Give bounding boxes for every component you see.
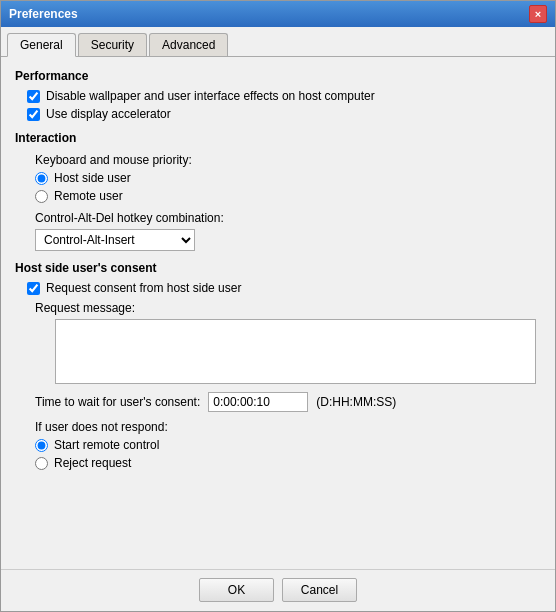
host-side-radio-label: Host side user (54, 171, 131, 185)
host-side-radio-row: Host side user (35, 171, 541, 185)
request-consent-checkbox[interactable] (27, 282, 40, 295)
remote-user-radio-row: Remote user (35, 189, 541, 203)
reject-label: Reject request (54, 456, 131, 470)
preferences-dialog: Preferences × General Security Advanced … (0, 0, 556, 612)
hotkey-container: Control-Alt-Del hotkey combination: Cont… (35, 211, 541, 251)
ok-button[interactable]: OK (199, 578, 274, 602)
hotkey-label: Control-Alt-Del hotkey combination: (35, 211, 541, 225)
remote-user-radio[interactable] (35, 190, 48, 203)
start-remote-radio[interactable] (35, 439, 48, 452)
start-remote-radio-row: Start remote control (35, 438, 541, 452)
remote-user-radio-label: Remote user (54, 189, 123, 203)
respond-section: If user does not respond: Start remote c… (35, 420, 541, 470)
keyboard-label: Keyboard and mouse priority: (35, 153, 541, 167)
reject-radio-row: Reject request (35, 456, 541, 470)
display-accelerator-row: Use display accelerator (27, 107, 541, 121)
window-title: Preferences (9, 7, 78, 21)
message-label: Request message: (35, 301, 541, 315)
cancel-button[interactable]: Cancel (282, 578, 357, 602)
interaction-sub: Keyboard and mouse priority: Host side u… (35, 153, 541, 251)
interaction-section-title: Interaction (15, 131, 541, 145)
request-consent-row: Request consent from host side user (27, 281, 541, 295)
tab-advanced[interactable]: Advanced (149, 33, 228, 56)
host-side-radio[interactable] (35, 172, 48, 185)
disable-wallpaper-checkbox[interactable] (27, 90, 40, 103)
respond-label: If user does not respond: (35, 420, 541, 434)
close-button[interactable]: × (529, 5, 547, 23)
title-bar: Preferences × (1, 1, 555, 27)
tab-security[interactable]: Security (78, 33, 147, 56)
time-hint: (D:HH:MM:SS) (316, 395, 396, 409)
display-accelerator-label: Use display accelerator (46, 107, 171, 121)
time-input[interactable] (208, 392, 308, 412)
display-accelerator-checkbox[interactable] (27, 108, 40, 121)
start-remote-label: Start remote control (54, 438, 159, 452)
hotkey-dropdown[interactable]: Control-Alt-Insert Control-Alt-Delete Co… (35, 229, 195, 251)
disable-wallpaper-row: Disable wallpaper and user interface eff… (27, 89, 541, 103)
content-area: Performance Disable wallpaper and user i… (1, 57, 555, 569)
reject-radio[interactable] (35, 457, 48, 470)
request-message-textarea[interactable] (55, 319, 536, 384)
time-label: Time to wait for user's consent: (35, 395, 200, 409)
consent-section-title: Host side user's consent (15, 261, 541, 275)
message-section: Request message: (35, 301, 541, 384)
tabs-container: General Security Advanced (1, 27, 555, 57)
time-row: Time to wait for user's consent: (D:HH:M… (35, 392, 541, 412)
tab-general[interactable]: General (7, 33, 76, 57)
performance-section-title: Performance (15, 69, 541, 83)
bottom-bar: OK Cancel (1, 569, 555, 611)
scrollable-content[interactable]: Performance Disable wallpaper and user i… (1, 57, 555, 569)
request-consent-label: Request consent from host side user (46, 281, 241, 295)
disable-wallpaper-label: Disable wallpaper and user interface eff… (46, 89, 375, 103)
